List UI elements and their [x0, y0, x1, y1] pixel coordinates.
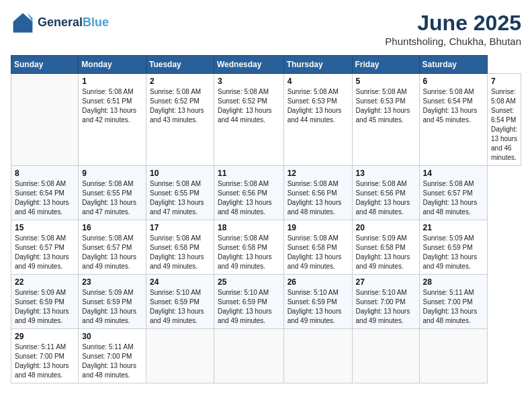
calendar-cell: 5Sunrise: 5:08 AMSunset: 6:53 PMDaylight…	[352, 74, 419, 166]
day-number: 15	[15, 223, 75, 232]
day-info: Sunrise: 5:08 AMSunset: 6:57 PMDaylight:…	[423, 179, 484, 217]
column-header-thursday: Thursday	[283, 56, 352, 74]
column-header-monday: Monday	[79, 56, 146, 74]
calendar-cell	[146, 329, 214, 383]
day-info: Sunrise: 5:08 AMSunset: 6:53 PMDaylight:…	[356, 87, 416, 125]
calendar-week-row: 22Sunrise: 5:09 AMSunset: 6:59 PMDayligh…	[11, 275, 521, 329]
calendar-cell: 9Sunrise: 5:08 AMSunset: 6:55 PMDaylight…	[79, 166, 146, 220]
day-info: Sunrise: 5:08 AMSunset: 6:52 PMDaylight:…	[150, 87, 210, 125]
calendar-cell: 17Sunrise: 5:08 AMSunset: 6:58 PMDayligh…	[146, 220, 214, 275]
day-number: 3	[218, 77, 280, 86]
calendar-cell: 28Sunrise: 5:11 AMSunset: 7:00 PMDayligh…	[419, 275, 488, 329]
day-info: Sunrise: 5:08 AMSunset: 6:58 PMDaylight:…	[218, 234, 280, 271]
calendar-week-row: 8Sunrise: 5:08 AMSunset: 6:54 PMDaylight…	[11, 166, 521, 220]
day-number: 27	[356, 277, 416, 287]
calendar-cell: 19Sunrise: 5:08 AMSunset: 6:58 PMDayligh…	[283, 220, 352, 275]
day-info: Sunrise: 5:08 AMSunset: 6:51 PMDaylight:…	[82, 87, 142, 125]
calendar-cell: 1Sunrise: 5:08 AMSunset: 6:51 PMDaylight…	[79, 74, 146, 166]
logo: GeneralBlue	[11, 11, 109, 35]
calendar-cell: 13Sunrise: 5:08 AMSunset: 6:56 PMDayligh…	[352, 166, 419, 220]
calendar-cell: 4Sunrise: 5:08 AMSunset: 6:53 PMDaylight…	[283, 74, 352, 166]
column-header-tuesday: Tuesday	[146, 56, 214, 74]
day-info: Sunrise: 5:09 AMSunset: 6:59 PMDaylight:…	[82, 288, 142, 326]
day-info: Sunrise: 5:08 AMSunset: 6:54 PMDaylight:…	[423, 87, 484, 125]
calendar-cell: 11Sunrise: 5:08 AMSunset: 6:56 PMDayligh…	[214, 166, 283, 220]
calendar-week-row: 15Sunrise: 5:08 AMSunset: 6:57 PMDayligh…	[11, 220, 521, 275]
day-info: Sunrise: 5:09 AMSunset: 6:59 PMDaylight:…	[15, 288, 75, 326]
day-number: 5	[356, 77, 416, 86]
day-number: 20	[356, 223, 416, 232]
day-info: Sunrise: 5:11 AMSunset: 7:00 PMDaylight:…	[82, 342, 142, 380]
calendar-cell	[283, 329, 352, 383]
calendar-cell: 12Sunrise: 5:08 AMSunset: 6:56 PMDayligh…	[283, 166, 352, 220]
calendar-cell	[419, 329, 488, 383]
calendar-table: SundayMondayTuesdayWednesdayThursdayFrid…	[11, 55, 521, 383]
calendar-cell: 26Sunrise: 5:10 AMSunset: 6:59 PMDayligh…	[283, 275, 352, 329]
day-info: Sunrise: 5:10 AMSunset: 7:00 PMDaylight:…	[356, 288, 416, 326]
day-number: 25	[218, 277, 280, 287]
day-number: 26	[287, 277, 349, 287]
day-number: 12	[287, 169, 349, 178]
page-header: GeneralBlue June 2025 Phuntsholing, Chuk…	[11, 11, 521, 47]
calendar-cell	[352, 329, 419, 383]
day-number: 16	[82, 223, 142, 232]
calendar-cell: 25Sunrise: 5:10 AMSunset: 6:59 PMDayligh…	[214, 275, 283, 329]
column-header-friday: Friday	[352, 56, 419, 74]
day-info: Sunrise: 5:08 AMSunset: 6:58 PMDaylight:…	[287, 234, 349, 271]
day-number: 18	[218, 223, 280, 232]
calendar-cell: 21Sunrise: 5:09 AMSunset: 6:59 PMDayligh…	[419, 220, 488, 275]
calendar-cell: 27Sunrise: 5:10 AMSunset: 7:00 PMDayligh…	[352, 275, 419, 329]
day-number: 28	[423, 277, 484, 287]
day-info: Sunrise: 5:08 AMSunset: 6:54 PMDaylight:…	[15, 179, 75, 217]
calendar-title: June 2025	[385, 11, 521, 36]
calendar-header-row: SundayMondayTuesdayWednesdayThursdayFrid…	[11, 56, 521, 74]
day-info: Sunrise: 5:09 AMSunset: 6:58 PMDaylight:…	[356, 234, 416, 271]
day-info: Sunrise: 5:08 AMSunset: 6:58 PMDaylight:…	[150, 234, 210, 271]
day-number: 4	[287, 77, 349, 86]
column-header-sunday: Sunday	[11, 56, 79, 74]
calendar-subtitle: Phuntsholing, Chukha, Bhutan	[385, 36, 521, 47]
calendar-cell: 16Sunrise: 5:08 AMSunset: 6:57 PMDayligh…	[79, 220, 146, 275]
calendar-cell: 7Sunrise: 5:08 AMSunset: 6:54 PMDaylight…	[488, 74, 521, 166]
day-number: 13	[356, 169, 416, 178]
day-info: Sunrise: 5:08 AMSunset: 6:57 PMDaylight:…	[15, 234, 75, 271]
calendar-cell: 6Sunrise: 5:08 AMSunset: 6:54 PMDaylight…	[419, 74, 488, 166]
calendar-cell: 18Sunrise: 5:08 AMSunset: 6:58 PMDayligh…	[214, 220, 283, 275]
day-info: Sunrise: 5:11 AMSunset: 7:00 PMDaylight:…	[15, 342, 75, 380]
day-number: 10	[150, 169, 210, 178]
day-number: 14	[423, 169, 484, 178]
day-number: 2	[150, 77, 210, 86]
calendar-cell: 22Sunrise: 5:09 AMSunset: 6:59 PMDayligh…	[11, 275, 79, 329]
day-number: 29	[15, 332, 75, 341]
day-info: Sunrise: 5:09 AMSunset: 6:59 PMDaylight:…	[423, 234, 484, 271]
day-number: 23	[82, 277, 142, 287]
day-info: Sunrise: 5:11 AMSunset: 7:00 PMDaylight:…	[423, 288, 484, 326]
day-number: 24	[150, 277, 210, 287]
day-number: 9	[82, 169, 142, 178]
day-info: Sunrise: 5:08 AMSunset: 6:53 PMDaylight:…	[287, 87, 349, 125]
day-info: Sunrise: 5:08 AMSunset: 6:52 PMDaylight:…	[218, 87, 280, 125]
day-info: Sunrise: 5:08 AMSunset: 6:56 PMDaylight:…	[218, 179, 280, 217]
calendar-cell: 30Sunrise: 5:11 AMSunset: 7:00 PMDayligh…	[79, 329, 146, 383]
day-number: 8	[15, 169, 75, 178]
day-number: 6	[423, 77, 484, 86]
day-info: Sunrise: 5:08 AMSunset: 6:55 PMDaylight:…	[150, 179, 210, 217]
day-info: Sunrise: 5:08 AMSunset: 6:56 PMDaylight:…	[287, 179, 349, 217]
calendar-cell	[11, 74, 79, 166]
day-info: Sunrise: 5:08 AMSunset: 6:56 PMDaylight:…	[356, 179, 416, 217]
day-number: 21	[423, 223, 484, 232]
calendar-cell: 15Sunrise: 5:08 AMSunset: 6:57 PMDayligh…	[11, 220, 79, 275]
day-number: 1	[82, 77, 142, 86]
day-number: 17	[150, 223, 210, 232]
calendar-cell: 2Sunrise: 5:08 AMSunset: 6:52 PMDaylight…	[146, 74, 214, 166]
calendar-week-row: 29Sunrise: 5:11 AMSunset: 7:00 PMDayligh…	[11, 329, 521, 383]
calendar-cell: 3Sunrise: 5:08 AMSunset: 6:52 PMDaylight…	[214, 74, 283, 166]
title-section: June 2025 Phuntsholing, Chukha, Bhutan	[385, 11, 521, 47]
day-number: 30	[82, 332, 142, 341]
calendar-cell: 23Sunrise: 5:09 AMSunset: 6:59 PMDayligh…	[79, 275, 146, 329]
calendar-body: 1Sunrise: 5:08 AMSunset: 6:51 PMDaylight…	[11, 74, 521, 383]
calendar-cell: 29Sunrise: 5:11 AMSunset: 7:00 PMDayligh…	[11, 329, 79, 383]
calendar-cell: 24Sunrise: 5:10 AMSunset: 6:59 PMDayligh…	[146, 275, 214, 329]
logo-text: GeneralBlue	[38, 16, 109, 30]
calendar-cell: 14Sunrise: 5:08 AMSunset: 6:57 PMDayligh…	[419, 166, 488, 220]
